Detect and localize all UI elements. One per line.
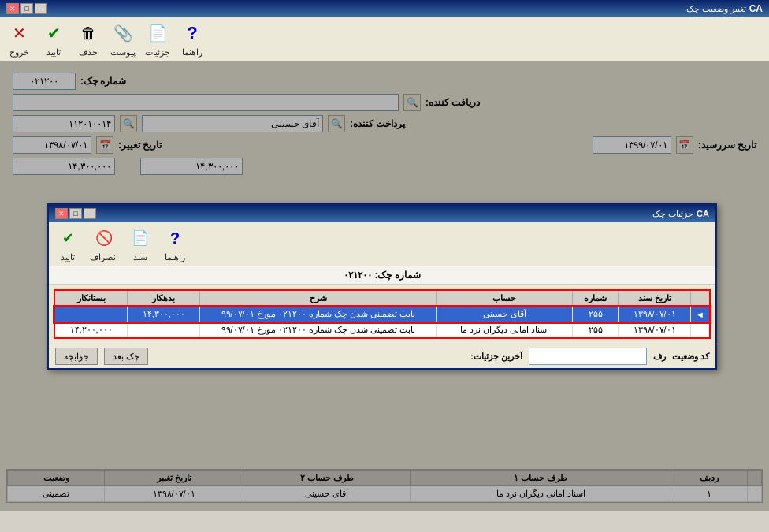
help-button[interactable]: ? راهنما	[180, 20, 205, 58]
main-content: شماره چک: دریافت کننده: 🔍 پرداخت کننده: …	[0, 61, 769, 511]
help-icon: ?	[180, 20, 205, 46]
modal-row2-desc: بابت تضمینی شدن چک شماره ۰۲۱۲۰۰ مورخ ۹۹/…	[200, 322, 437, 339]
modal-dialog: CA جزئیات چک ─ □ ✕ ✔ تایید 🚫 انصراف 📄 سن…	[47, 203, 717, 370]
modal-row2-account: اسناد امانی دیگران نزد ما	[437, 322, 573, 339]
modal-col-credit: بستانکار	[54, 290, 128, 307]
confirm-icon: ✔	[41, 20, 66, 46]
exit-button[interactable]: ✕ خروج	[6, 20, 32, 58]
modal-col-account: حساب	[437, 290, 573, 307]
window-controls: ─ □ ✕	[6, 3, 47, 14]
modal-icon: CA	[697, 209, 709, 218]
delete-icon: 🗑	[76, 20, 101, 46]
modal-doc-button[interactable]: 📄 سند	[128, 225, 153, 262]
modal-row1-debit: ۱۴,۳۰۰,۰۰۰	[128, 307, 200, 322]
modal-minimize-button[interactable]: ─	[84, 208, 96, 219]
close-button[interactable]: ✕	[6, 3, 19, 14]
modal-row2-credit: ۱۴,۲۰۰,۰۰۰	[54, 322, 128, 339]
modal-cancel-button[interactable]: 🚫 انصراف	[90, 225, 118, 262]
modal-col-debit: بدهکار	[128, 290, 200, 307]
modal-table-wrapper: تاریخ سند شماره حساب شرح بدهکار بستانکار…	[49, 285, 715, 344]
modal-last-record-input[interactable]	[529, 348, 647, 365]
modal-row1-account: آقای حسینی	[437, 307, 573, 322]
modal-confirm-icon: ✔	[55, 225, 80, 251]
modal-help-icon: ?	[162, 225, 188, 251]
modal-row2-side	[691, 322, 710, 339]
delete-label: حذف	[79, 47, 98, 58]
modal-row1-side: ◄	[691, 307, 710, 322]
modal-ref-label: رف	[653, 352, 666, 362]
attach-icon: 📎	[110, 20, 136, 46]
details-label: جزئیات	[145, 47, 170, 58]
details-icon: 📄	[145, 20, 170, 46]
confirm-label: تایید	[46, 47, 61, 58]
modal-row1-credit	[54, 307, 128, 322]
modal-doc-icon: 📄	[128, 225, 153, 251]
modal-cancel-label: انصراف	[90, 252, 118, 262]
modal-help-button[interactable]: ? راهنما	[162, 225, 188, 262]
modal-row2-date: ۱۳۹۸/۰۷/۰۱	[619, 322, 691, 339]
main-toolbar: ✕ خروج ✔ تایید 🗑 حذف 📎 پیوست 📄 جزئیات ? …	[0, 17, 769, 61]
modal-confirm-label: تایید	[61, 252, 75, 262]
modal-row1-date: ۱۳۹۸/۰۷/۰۱	[619, 307, 691, 322]
modal-bottom-bar: جوابچه چک بعد آخرین جزئیات: رف کد وضعیت	[49, 344, 715, 368]
modal-col-number: شماره	[573, 290, 619, 307]
modal-row1-number: ۲۵۵	[573, 307, 619, 322]
modal-toolbar: ✔ تایید 🚫 انصراف 📄 سند ? راهنما	[49, 222, 715, 266]
confirm-button[interactable]: ✔ تایید	[41, 20, 66, 58]
details-button[interactable]: 📄 جزئیات	[145, 20, 170, 58]
attach-button[interactable]: 📎 پیوست	[110, 20, 136, 58]
modal-col-date: تاریخ سند	[619, 290, 691, 307]
modal-details-table: تاریخ سند شماره حساب شرح بدهکار بستانکار…	[54, 289, 711, 339]
minimize-button[interactable]: ─	[35, 3, 47, 14]
modal-title-bar: CA جزئیات چک ─ □ ✕	[49, 205, 715, 222]
exit-icon: ✕	[6, 20, 32, 46]
modal-col-side	[691, 290, 710, 307]
modal-maximize-button[interactable]: □	[69, 208, 82, 219]
modal-next-button[interactable]: چک بعد	[104, 348, 148, 365]
modal-confirm-button[interactable]: ✔ تایید	[55, 225, 80, 262]
delete-button[interactable]: 🗑 حذف	[76, 20, 101, 58]
modal-table-row-2[interactable]: ۱۳۹۸/۰۷/۰۱ ۲۵۵ اسناد امانی دیگران نزد ما…	[54, 322, 710, 339]
modal-cheque-label: شماره چک:	[375, 270, 421, 281]
maximize-button[interactable]: □	[20, 3, 33, 14]
modal-cancel-icon: 🚫	[91, 225, 117, 251]
modal-title: جزئیات چک	[652, 209, 693, 219]
exit-label: خروج	[9, 47, 29, 58]
attach-label: پیوست	[110, 47, 136, 58]
modal-row2-debit	[128, 322, 200, 339]
modal-doc-label: سند	[133, 252, 147, 262]
modal-close-button[interactable]: ✕	[55, 208, 68, 219]
app-icon: CA	[749, 3, 763, 14]
modal-row1-desc: بابت تضمینی شدن چک شماره ۰۲۱۲۰۰ مورخ ۹۹/…	[200, 307, 437, 322]
modal-col-desc: شرح	[200, 290, 437, 307]
modal-last-record-label: آخرین جزئیات:	[470, 352, 522, 362]
modal-window-controls: ─ □ ✕	[55, 208, 96, 219]
modal-code-label: کد وضعیت	[672, 352, 709, 362]
modal-cheque-value: ۰۲۱۲۰۰	[344, 270, 372, 281]
modal-row2-number: ۲۵۵	[573, 322, 619, 339]
title-bar: CA تغییر وضعیت چک ─ □ ✕	[0, 0, 769, 17]
app-title: تغییر وضعیت چک	[686, 4, 746, 14]
modal-prev-button[interactable]: جوابچه	[55, 348, 98, 365]
modal-help-label: راهنما	[165, 252, 185, 262]
modal-table-row-1[interactable]: ◄ ۱۳۹۸/۰۷/۰۱ ۲۵۵ آقای حسینی بابت تضمینی …	[54, 307, 710, 322]
help-label: راهنما	[182, 47, 202, 58]
modal-cheque-number-bar: شماره چک: ۰۲۱۲۰۰	[49, 266, 715, 285]
